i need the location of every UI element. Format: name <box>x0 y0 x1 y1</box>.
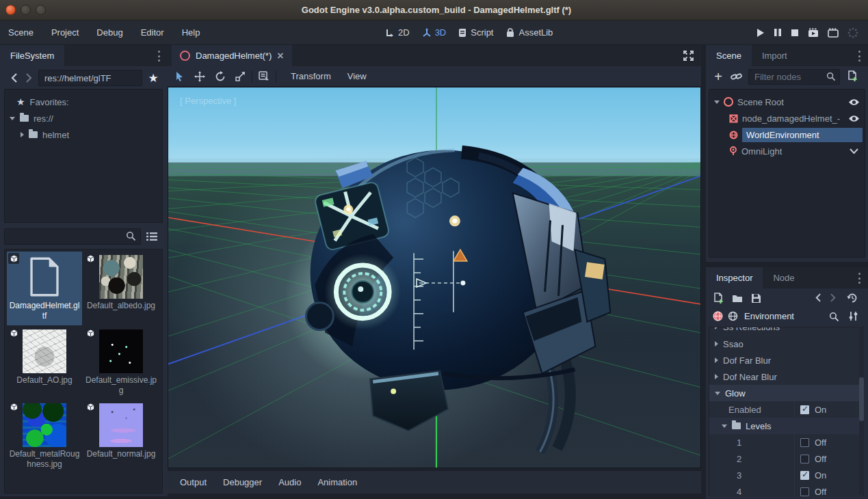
mode-script-button[interactable]: Script <box>458 27 493 38</box>
history-back-button[interactable] <box>7 71 21 85</box>
history-forward-button[interactable] <box>22 71 36 85</box>
perspective-menu[interactable]: [ Perspective ] <box>180 96 236 106</box>
file-item-emissive[interactable]: Default_emissive.jpg <box>83 326 159 400</box>
file-item-ao[interactable]: Default_AO.jpg <box>7 326 82 400</box>
bottom-tab-debugger[interactable]: Debugger <box>215 477 270 487</box>
section-dof-near-blur[interactable]: Dof Near Blur <box>709 368 858 385</box>
inspector-scrollbar[interactable] <box>859 328 864 495</box>
glow-enabled-checkbox[interactable] <box>800 405 809 414</box>
file-item-albedo[interactable]: Default_albedo.jpg <box>83 252 159 325</box>
level-1-checkbox[interactable] <box>800 438 809 447</box>
mode-2d-button[interactable]: 2D <box>385 27 410 38</box>
stop-button[interactable] <box>791 29 799 37</box>
view-menu[interactable]: View <box>339 71 375 81</box>
rotate-tool-icon[interactable] <box>215 71 226 82</box>
pause-button[interactable] <box>774 28 782 37</box>
mesh-node-icon <box>729 114 738 123</box>
inspector-dock: Inspector Node Environment Ss Reflection… <box>706 267 868 499</box>
load-resource-folder-icon[interactable] <box>732 294 744 303</box>
menu-debug[interactable]: Debug <box>96 27 122 38</box>
tab-scene[interactable]: Scene <box>706 45 752 66</box>
window-close-button[interactable] <box>5 5 16 15</box>
section-ssao[interactable]: Ssao <box>709 336 858 352</box>
history-icon[interactable] <box>847 293 858 304</box>
file-list-toggle-button[interactable] <box>145 230 159 243</box>
section-dof-far-blur[interactable]: Dof Far Blur <box>709 352 858 368</box>
add-node-button[interactable]: + <box>711 70 725 83</box>
node-row-worldenvironment[interactable]: WorldEnvironment <box>710 126 864 143</box>
dock-menu-icon[interactable] <box>854 273 864 284</box>
chevron-right-icon[interactable] <box>21 132 24 137</box>
inspector-tools-icon[interactable] <box>848 311 858 321</box>
level-3-checkbox[interactable] <box>800 471 809 480</box>
play-custom-scene-button[interactable] <box>828 28 839 38</box>
3d-viewport[interactable]: [ Perspective ] <box>168 87 701 468</box>
scrollbar-thumb[interactable] <box>859 377 864 421</box>
cube-badge-icon <box>8 253 19 264</box>
select-tool-icon[interactable] <box>174 71 185 82</box>
section-ss-reflections[interactable]: Ss Reflections <box>709 327 858 335</box>
favorite-star-button[interactable]: ★ <box>145 70 161 86</box>
tree-item-res[interactable]: res:// <box>5 110 161 126</box>
bottom-tab-output[interactable]: Output <box>172 477 215 487</box>
mode-3d-button[interactable]: 3D <box>422 27 447 38</box>
tree-item-helmet[interactable]: helmet <box>5 126 161 143</box>
play-scene-button[interactable] <box>808 28 819 38</box>
file-name: Default_normal.jpg <box>85 449 157 459</box>
inspector-back-button[interactable] <box>815 293 821 302</box>
scale-tool-icon[interactable] <box>235 71 246 81</box>
expand-viewport-icon[interactable] <box>683 50 694 62</box>
bottom-tab-audio[interactable]: Audio <box>270 477 309 487</box>
dock-menu-icon[interactable] <box>154 51 163 62</box>
save-resource-icon[interactable] <box>751 293 761 304</box>
tree-item-favorites[interactable]: ★ Favorites: <box>5 94 161 110</box>
mode-assetlib-button[interactable]: AssetLib <box>505 27 553 38</box>
level-4-checkbox[interactable] <box>800 487 809 496</box>
window-minimize-button[interactable] <box>21 5 31 15</box>
inspector-forward-button[interactable] <box>830 293 836 302</box>
menu-scene[interactable]: Scene <box>8 27 34 38</box>
instance-scene-icon[interactable] <box>731 71 742 82</box>
level-2-checkbox[interactable] <box>800 455 809 463</box>
tab-import[interactable]: Import <box>752 45 798 66</box>
play-button[interactable] <box>756 28 765 38</box>
node-row-damagedhelmet[interactable]: node_damagedHelmet_- <box>710 110 864 126</box>
move-tool-icon[interactable] <box>194 71 205 82</box>
path-input[interactable] <box>38 70 142 86</box>
node-row-scene-root[interactable]: Scene Root <box>710 94 864 110</box>
file-item-damagedhelmet[interactable]: DamagedHelmet.gltf <box>7 252 82 325</box>
resource-name[interactable]: Environment <box>744 311 794 321</box>
folder-icon <box>29 131 38 138</box>
file-search-input[interactable] <box>4 228 141 245</box>
attach-script-icon[interactable] <box>847 70 858 82</box>
chevron-down-icon[interactable] <box>850 148 858 154</box>
transform-menu[interactable]: Transform <box>282 71 339 81</box>
bottom-tab-animation[interactable]: Animation <box>309 477 365 487</box>
viewport-toolbar: Transform View <box>168 66 701 87</box>
menu-editor[interactable]: Editor <box>141 27 164 38</box>
menu-project[interactable]: Project <box>51 27 79 38</box>
tab-filesystem[interactable]: FileSystem <box>0 45 64 66</box>
new-resource-icon[interactable] <box>713 293 724 304</box>
file-item-normal[interactable]: Default_normal.jpg <box>83 400 159 474</box>
window-maximize-button[interactable] <box>36 5 46 15</box>
tab-inspector[interactable]: Inspector <box>706 267 763 288</box>
search-icon[interactable] <box>829 312 839 322</box>
node-row-omnilight[interactable]: OmniLight <box>710 143 864 159</box>
section-glow[interactable]: Glow <box>709 385 863 401</box>
emissive-thumbnail <box>99 329 143 373</box>
list-select-tool-icon[interactable] <box>259 71 269 82</box>
tab-node[interactable]: Node <box>763 267 804 288</box>
file-item-metalroughness[interactable]: Default_metalRoughness.jpg <box>7 400 82 474</box>
chevron-down-icon[interactable] <box>714 100 720 104</box>
tab-damagedhelmet-scene[interactable]: DamagedHelmet(*) × <box>172 45 292 66</box>
cube-badge-icon <box>85 327 96 338</box>
menu-help[interactable]: Help <box>182 27 200 38</box>
cube-badge-icon <box>85 401 96 412</box>
visibility-eye-icon[interactable] <box>848 98 860 106</box>
visibility-eye-icon[interactable] <box>848 115 860 122</box>
dock-menu-icon[interactable] <box>854 51 864 62</box>
close-icon[interactable]: × <box>277 50 283 62</box>
property-glow-levels[interactable]: Levels <box>709 418 863 434</box>
chevron-down-icon[interactable] <box>10 117 15 120</box>
